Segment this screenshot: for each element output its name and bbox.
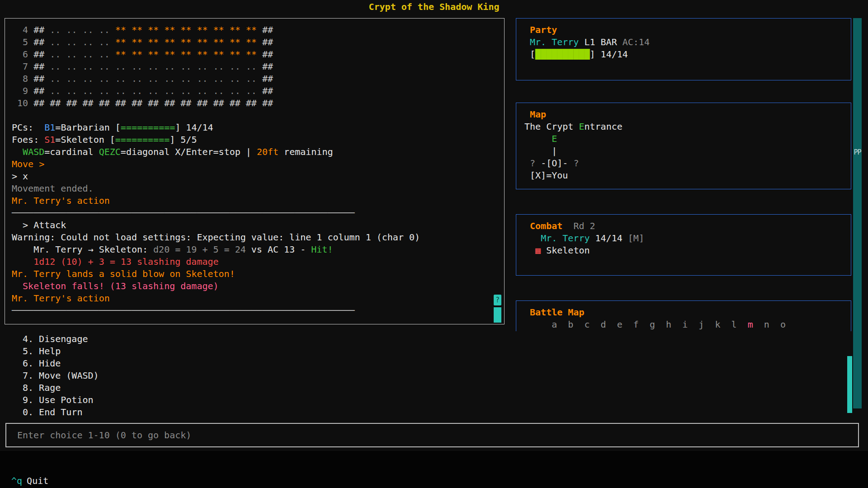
text-segment: 20ft: [257, 146, 278, 157]
text-segment: ##: [33, 85, 50, 96]
text-segment: Mr. Terry → Skeleton:: [12, 244, 153, 255]
text-segment: PCs:: [12, 122, 44, 133]
scroll-position-indicator: PP: [853, 146, 862, 159]
log-line: 9 ## .. .. .. .. .. .. .. .. .. .. .. ..…: [12, 85, 504, 97]
text-segment: [: [110, 134, 115, 145]
hp-bar: ██████████: [535, 49, 590, 60]
text-segment: Skeleton: [541, 245, 590, 256]
text-segment: ?: [573, 158, 579, 169]
text-segment: ##: [33, 37, 50, 47]
text-segment: .. .. .. .. .. .. .. .. .. .. .. .. ..: [50, 73, 257, 84]
text-segment: 14/14: [590, 233, 628, 244]
text-segment: ==========: [121, 122, 175, 133]
text-segment: Warning: Could not load settings: Expect…: [12, 232, 420, 243]
text-segment: ** ** ** ** ** ** ** ** **: [115, 24, 257, 35]
text-segment: 1d12 (10) + 3 = 13 slashing damage: [12, 256, 219, 267]
skeleton-icon: ▦: [535, 245, 541, 256]
log-line: ────────────────────────────────────────…: [12, 305, 504, 317]
text-segment: QEZC: [99, 146, 121, 157]
text-segment: Move >: [12, 159, 44, 169]
text-segment: 5/5: [180, 134, 197, 145]
text-segment: Skeleton falls! (13 slashing damage): [12, 281, 219, 291]
text-segment: L1 BAR: [584, 37, 622, 47]
text-segment: Rd 2: [562, 221, 595, 231]
text-segment: a b c d e f g h i j k l: [524, 319, 748, 330]
text-segment: vs AC 13 -: [246, 244, 311, 255]
text-segment: [: [115, 122, 121, 133]
text-segment: 0. End Turn: [23, 407, 82, 418]
battle-log: 4 ## .. .. .. .. ** ** ** ** ** ** ** **…: [5, 19, 504, 317]
text-segment: Party: [524, 24, 557, 35]
text-segment: 14/14: [601, 49, 628, 60]
party-panel-body: Party Mr. Terry L1 BAR AC:14 [██████████…: [516, 19, 851, 61]
app-title: Crypt of the Shadow King: [0, 1, 868, 14]
text-segment: ##: [33, 49, 50, 60]
text-segment: n o: [753, 319, 786, 330]
text-segment: Mr. Terry's action: [12, 293, 110, 304]
text-segment: 4: [12, 24, 33, 35]
menu-scrollbar-thumb[interactable]: [847, 356, 852, 413]
text-segment: 7. Move (WASD): [23, 370, 99, 381]
text-segment: ##: [33, 24, 50, 35]
text-segment: ##: [257, 61, 273, 72]
action-menu: 4. Disengage5. Help6. Hide7. Move (WASD)…: [0, 333, 863, 418]
log-line: Skeleton falls! (13 slashing damage): [12, 280, 504, 292]
combat-panel: Combat Rd 2 Mr. Terry 14/14 [M] ▦ Skelet…: [516, 214, 851, 276]
text-segment: E: [524, 133, 557, 144]
text-segment: Hit!: [311, 244, 333, 255]
text-segment: ntrance: [584, 121, 622, 132]
text-segment: ##: [257, 85, 273, 96]
battle-map-line: Battle Map: [524, 306, 851, 319]
text-segment: E: [579, 121, 584, 132]
text-segment: [: [524, 49, 535, 60]
log-line: Move >: [12, 158, 504, 170]
text-segment: S1: [44, 134, 55, 145]
menu-item: 9. Use Potion: [23, 394, 863, 406]
menu-item: 7. Move (WASD): [23, 370, 863, 382]
choice-input[interactable]: [5, 423, 859, 447]
text-segment: 10: [12, 98, 33, 108]
text-segment: ##: [257, 49, 273, 60]
text-segment: ?: [530, 158, 535, 169]
combat-line: Combat Rd 2: [524, 220, 851, 232]
text-segment: The Crypt: [524, 121, 579, 132]
menu-item: 0. End Turn: [23, 406, 863, 418]
text-segment: ## ## ## ## ## ## ## ## ## ## ## ## ## #…: [33, 98, 273, 108]
text-segment: d20 = 19 + 5 = 24: [153, 244, 246, 255]
text-segment: ##: [257, 37, 273, 47]
log-scrollbar-help-icon[interactable]: ?: [494, 295, 501, 305]
text-segment: 8. Rage: [23, 382, 61, 393]
party-line: Mr. Terry L1 BAR AC:14: [524, 36, 851, 48]
text-segment: .. .. .. .. .. .. .. .. .. .. .. .. ..: [50, 61, 257, 72]
text-segment: ────────────────────────────────────────…: [12, 305, 355, 316]
map-panel-body: MapThe Crypt Entrance E | ? -[O]- ? [X]=…: [516, 103, 851, 182]
text-segment: 7: [12, 61, 33, 72]
text-segment: [X]=You: [524, 170, 568, 181]
log-line: 5 ## .. .. .. .. ** ** ** ** ** ** ** **…: [12, 36, 504, 48]
text-segment: .. .. .. ..: [50, 24, 115, 35]
battle-map-panel: Battle Map a b c d e f g h i j k l m n o: [516, 300, 851, 331]
log-scrollbar-thumb[interactable]: [494, 307, 501, 323]
party-line: Party: [524, 24, 851, 36]
text-segment: [524, 233, 541, 244]
log-line: [12, 109, 504, 122]
text-segment: |: [524, 145, 557, 156]
menu-item: 8. Rage: [23, 382, 863, 394]
text-segment: Mr. Terry lands a solid blow on Skeleton…: [12, 268, 235, 279]
text-segment: 9. Use Potion: [23, 394, 94, 405]
log-line: 4 ## .. .. .. .. ** ** ** ** ** ** ** **…: [12, 24, 504, 36]
log-line: ────────────────────────────────────────…: [12, 207, 504, 219]
text-segment: [12, 146, 23, 157]
text-segment: ##: [257, 24, 273, 35]
log-line: > x: [12, 170, 504, 183]
text-segment: Mr. Terry's action: [12, 195, 110, 206]
log-line: PCs: B1=Barbarian [==========] 14/14: [12, 122, 504, 134]
text-segment: m: [748, 319, 753, 330]
log-line: WASD=cardinal QEZC=diagonal X/Enter=stop…: [12, 146, 504, 158]
text-segment: |: [246, 146, 257, 157]
map-line: |: [524, 145, 851, 157]
text-segment: =Barbarian: [55, 122, 115, 133]
map-line: E: [524, 133, 851, 145]
quit-shortcut-key[interactable]: ^q: [11, 475, 22, 486]
map-line: The Crypt Entrance: [524, 121, 851, 133]
